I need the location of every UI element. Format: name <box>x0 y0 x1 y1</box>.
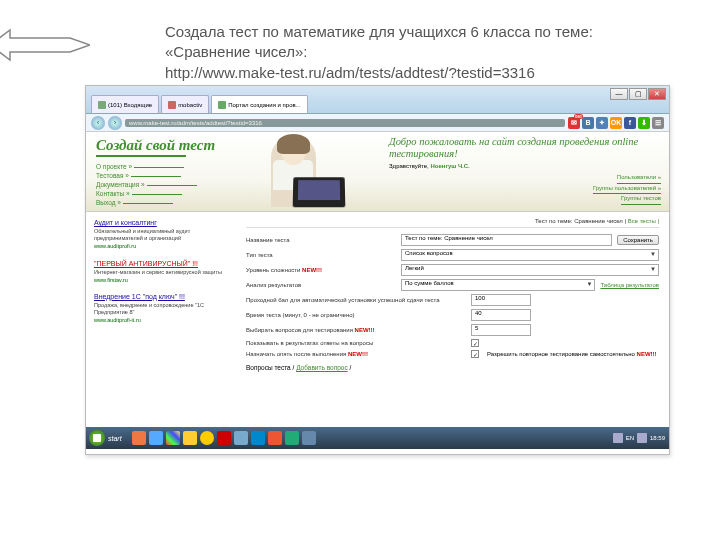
yandex-icon[interactable] <box>200 431 214 445</box>
favicon <box>218 101 226 109</box>
taskbar-app-icon[interactable] <box>217 431 231 445</box>
favicon <box>168 101 176 109</box>
site-header: Создай свой тест О проекте » Тестовая » … <box>86 132 669 212</box>
link-groups-tests[interactable]: Группы тестов <box>621 194 661 205</box>
browser-screenshot: (101) Входящие mobactiv Портал создания … <box>85 85 670 455</box>
taskbar-app-icon[interactable] <box>149 431 163 445</box>
browser-tab-bar: (101) Входящие mobactiv Портал создания … <box>86 86 669 114</box>
nav-contacts[interactable]: Контакты » <box>96 190 251 197</box>
caption-line1: Создала тест по математике для учащихся … <box>165 23 593 60</box>
form-area: Тест по теме: Сравнение чисел | Все тест… <box>236 212 669 427</box>
start-label: start <box>108 435 122 442</box>
taskbar-app-icon[interactable] <box>234 431 248 445</box>
link-groups-users[interactable]: Группы пользователей » <box>593 184 661 195</box>
maximize-button[interactable]: ▢ <box>629 88 647 100</box>
clock[interactable]: 18:59 <box>650 435 665 441</box>
ads-sidebar: Аудит и консалтинг Обязательный и инициа… <box>86 212 236 427</box>
taskbar-app-icon[interactable] <box>285 431 299 445</box>
label-timelimit: Время теста (минут, 0 - не ограничено) <box>246 312 466 318</box>
welcome-title: Добро пожаловать на сайт создания провед… <box>389 136 661 160</box>
input-timelimit[interactable]: 40 <box>471 309 531 321</box>
main-nav: О проекте » Тестовая » Документация » Ко… <box>96 163 251 206</box>
tray-icon[interactable] <box>613 433 623 443</box>
page-content: Аудит и консалтинг Обязательный и инициа… <box>86 212 669 427</box>
back-button[interactable]: ‹ <box>91 116 105 130</box>
slide-decoration-arrow <box>0 25 90 69</box>
ok-icon[interactable]: OK <box>610 117 622 129</box>
site-logo[interactable]: Создай свой тест <box>96 137 251 154</box>
label-showanswers: Показывать в результатах ответы на вопро… <box>246 340 466 346</box>
language-indicator[interactable]: EN <box>626 435 634 441</box>
taskbar-app-icon[interactable] <box>302 431 316 445</box>
save-button[interactable]: Сохранить <box>617 235 659 245</box>
checkbox-showanswers[interactable]: ✓ <box>471 339 479 347</box>
label-allow-retake: Разрешить повторное тестирование самосто… <box>487 351 657 357</box>
browser-tab-2[interactable]: mobactiv <box>161 95 209 113</box>
window-controls: — ▢ ✕ <box>610 88 666 100</box>
label-analysis: Анализ результатов <box>246 282 396 288</box>
chrome-icon[interactable] <box>166 431 180 445</box>
tray-icon[interactable] <box>637 433 647 443</box>
label-difficulty: Уровень сложности NEW!!! <box>246 267 396 273</box>
taskbar-app-icon[interactable] <box>132 431 146 445</box>
ad-block-1[interactable]: Аудит и консалтинг Обязательный и инициа… <box>94 218 228 251</box>
checkbox-reassign[interactable]: ✓ <box>471 350 479 358</box>
extension-icons: ✉091 В ✦ OK f ⬇ ☰ <box>568 117 664 129</box>
start-button[interactable] <box>89 430 105 446</box>
browser-tab-active[interactable]: Портал создания и пров... <box>211 95 308 113</box>
notifications-icon[interactable]: ✉091 <box>568 117 580 129</box>
label-reassign: Назначать опять после выполнения NEW!!! <box>246 351 466 357</box>
all-tests-link[interactable]: Все тесты | <box>628 218 659 224</box>
results-table-link[interactable]: Таблица результатов <box>600 282 659 288</box>
input-passscore[interactable]: 100 <box>471 294 531 306</box>
side-links: Пользователи » Группы пользователей » Гр… <box>389 173 661 205</box>
logo-underline <box>96 155 186 157</box>
favicon <box>98 101 106 109</box>
add-question-row: Вопросы теста / Добавить вопрос / <box>246 364 659 371</box>
taskbar-apps <box>132 431 316 445</box>
nav-docs[interactable]: Документация » <box>96 181 251 188</box>
social-icon[interactable]: ✦ <box>596 117 608 129</box>
link-users[interactable]: Пользователи » <box>617 173 661 184</box>
welcome-block: Добро пожаловать на сайт создания провед… <box>381 132 669 211</box>
ext-icon[interactable]: ⬇ <box>638 117 650 129</box>
select-difficulty[interactable]: Легкий <box>401 264 659 276</box>
browser-tab-1[interactable]: (101) Входящие <box>91 95 159 113</box>
address-bar-row: ‹ › www.make-test.ru/adm/tests/addtest/?… <box>86 114 669 132</box>
logo-and-nav: Создай свой тест О проекте » Тестовая » … <box>86 132 251 211</box>
label-testname: Название теста <box>246 237 396 243</box>
address-bar[interactable]: www.make-test.ru/adm/tests/addtest/?test… <box>125 119 565 127</box>
slide-caption: Создала тест по математике для учащихся … <box>165 22 625 83</box>
hero-photo <box>251 132 381 208</box>
input-qcount[interactable]: 5 <box>471 324 531 336</box>
forward-button[interactable]: › <box>108 116 122 130</box>
svg-marker-0 <box>0 30 90 60</box>
minimize-button[interactable]: — <box>610 88 628 100</box>
label-passscore: Проходной бал для автоматической установ… <box>246 297 466 303</box>
close-button[interactable]: ✕ <box>648 88 666 100</box>
windows-taskbar: start EN 18:59 <box>86 427 669 449</box>
system-tray: EN 18:59 <box>613 433 665 443</box>
menu-icon[interactable]: ☰ <box>652 117 664 129</box>
select-analysis[interactable]: По сумме баллов <box>401 279 595 291</box>
label-testtype: Тип теста <box>246 252 396 258</box>
label-qcount: Выбирать вопросов для тестирования NEW!!… <box>246 327 466 333</box>
powerpoint-icon[interactable] <box>268 431 282 445</box>
ad-block-3[interactable]: Внедрение 1С "под ключ" !!! Продажа, вне… <box>94 292 228 325</box>
greeting: Здравствуйте, Ноенгуш Ч.С. <box>389 163 661 169</box>
nav-test[interactable]: Тестовая » <box>96 172 251 179</box>
nav-about[interactable]: О проекте » <box>96 163 251 170</box>
select-testtype[interactable]: Список вопросов <box>401 249 659 261</box>
add-question-link[interactable]: Добавить вопрос <box>296 364 348 371</box>
breadcrumb: Тест по теме: Сравнение чисел | Все тест… <box>246 218 659 224</box>
input-testname[interactable]: Тест по теме: Сравнение чисел <box>401 234 612 246</box>
ad-block-2[interactable]: "ПЕРВЫЙ АНТИВИРУСНЫЙ" !!! Интернет-магаз… <box>94 259 228 284</box>
caption-url: http://www.make-test.ru/adm/tests/addtes… <box>165 64 535 81</box>
facebook-icon[interactable]: f <box>624 117 636 129</box>
separator <box>246 227 659 228</box>
taskbar-app-icon[interactable] <box>183 431 197 445</box>
vk-icon[interactable]: В <box>582 117 594 129</box>
nav-exit[interactable]: Выход » <box>96 199 251 206</box>
taskbar-app-icon[interactable] <box>251 431 265 445</box>
